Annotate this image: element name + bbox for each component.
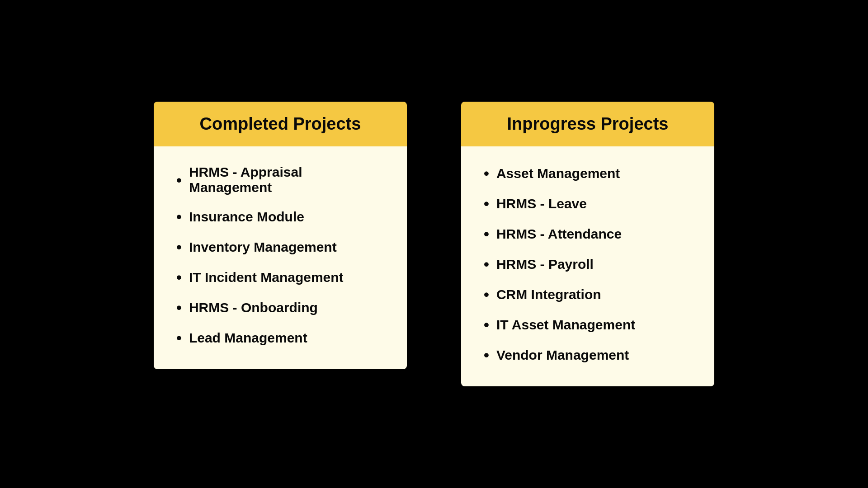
inprogress-projects-body: Asset ManagementHRMS - LeaveHRMS - Atten… bbox=[461, 146, 714, 386]
completed-list-item: HRMS - Onboarding bbox=[176, 299, 389, 316]
inprogress-list-item: Asset Management bbox=[484, 164, 696, 182]
inprogress-list-item: CRM Integration bbox=[484, 286, 696, 303]
completed-list-item: IT Incident Management bbox=[176, 268, 389, 286]
completed-projects-title: Completed Projects bbox=[168, 114, 392, 134]
completed-projects-header: Completed Projects bbox=[154, 102, 407, 146]
completed-projects-list: HRMS - Appraisal ManagementInsurance Mod… bbox=[176, 164, 389, 347]
completed-list-item: Lead Management bbox=[176, 329, 389, 347]
inprogress-list-item: IT Asset Management bbox=[484, 316, 696, 333]
completed-projects-body: HRMS - Appraisal ManagementInsurance Mod… bbox=[154, 146, 407, 369]
completed-list-item: Inventory Management bbox=[176, 238, 389, 256]
completed-list-item: Insurance Module bbox=[176, 208, 389, 225]
inprogress-list-item: HRMS - Payroll bbox=[484, 255, 696, 273]
inprogress-list-item: Vendor Management bbox=[484, 346, 696, 364]
inprogress-projects-list: Asset ManagementHRMS - LeaveHRMS - Atten… bbox=[484, 164, 696, 364]
completed-list-item: HRMS - Appraisal Management bbox=[176, 164, 389, 195]
inprogress-projects-title: Inprogress Projects bbox=[476, 114, 700, 134]
inprogress-projects-card: Inprogress Projects Asset ManagementHRMS… bbox=[461, 102, 714, 386]
inprogress-list-item: HRMS - Leave bbox=[484, 195, 696, 212]
cards-container: Completed Projects HRMS - Appraisal Mana… bbox=[154, 102, 714, 386]
completed-projects-card: Completed Projects HRMS - Appraisal Mana… bbox=[154, 102, 407, 369]
inprogress-list-item: HRMS - Attendance bbox=[484, 225, 696, 243]
inprogress-projects-header: Inprogress Projects bbox=[461, 102, 714, 146]
